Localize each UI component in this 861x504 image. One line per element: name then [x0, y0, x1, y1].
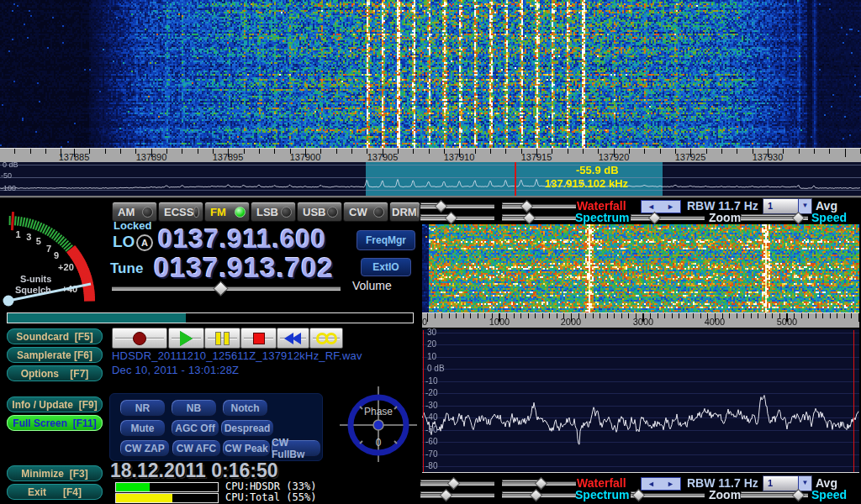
mode-button-ecss[interactable]: ECSS: [158, 202, 203, 222]
options-button[interactable]: Options [F7]: [7, 365, 103, 381]
dropdown-arrow-icon[interactable]: ▼: [798, 476, 811, 491]
record-button[interactable]: [112, 328, 167, 349]
af-frequency-ruler[interactable]: 0 1000 2000 3000 4000 5000: [422, 312, 859, 328]
freq-tick-label: 137900: [284, 152, 326, 162]
mode-led: [193, 207, 199, 218]
mode-label: USB: [303, 206, 327, 218]
hdsdr-window: 137885 137890 137895 137900 137905 13791…: [0, 0, 861, 504]
db-axis-label: -80: [425, 461, 437, 470]
mode-label: ECSS: [164, 206, 193, 218]
zoom-label-2: Zoom: [709, 488, 741, 501]
cpu-total-label: CPU:Total (55%): [225, 491, 316, 503]
dropdown-arrow-icon[interactable]: ▼: [798, 199, 811, 213]
mode-button-usb[interactable]: USB: [297, 202, 342, 222]
cw-afc-button[interactable]: CW AFC: [172, 439, 221, 457]
mode-label: DRM: [392, 206, 417, 218]
scroll-left-icon[interactable]: ◄: [642, 478, 661, 490]
mode-led: [235, 207, 246, 218]
volume-label: Volume: [352, 279, 392, 292]
spectrum-lower-slider-2[interactable]: [502, 490, 576, 499]
nr-button[interactable]: NR: [119, 399, 166, 417]
recording-date: Dec 10, 2011 - 13:01:28Z: [112, 364, 239, 376]
waterfall-scroll-control[interactable]: ◄►: [641, 200, 681, 213]
af-spectrum-trace: [422, 329, 859, 472]
freq-tick-label: 137925: [669, 152, 711, 162]
scroll-left-icon[interactable]: ◄: [642, 201, 661, 213]
db-axis-label: 0 dB: [3, 160, 18, 169]
loop-icon: [316, 333, 337, 344]
lo-frequency-display[interactable]: 0137.911.600: [158, 224, 326, 255]
mode-button-fm[interactable]: FM: [204, 202, 250, 222]
scroll-right-icon[interactable]: ►: [661, 201, 680, 213]
volume-slider[interactable]: [112, 283, 341, 292]
cw-zap-button[interactable]: CW ZAP: [119, 439, 170, 457]
mode-label: CW: [349, 206, 373, 218]
slider-thumb[interactable]: [213, 281, 228, 296]
scroll-right-icon[interactable]: ►: [661, 478, 680, 490]
db-axis-label: -30: [425, 401, 437, 410]
spectrum-label-2: Spectrum: [575, 488, 630, 501]
locked-label: Locked: [114, 219, 152, 232]
mode-button-cw[interactable]: CW: [343, 202, 388, 222]
af-waterfall-display[interactable]: [422, 224, 859, 312]
extio-button[interactable]: ExtIO: [361, 258, 411, 276]
info-update-button[interactable]: Info / Update [F9]: [7, 396, 103, 412]
pause-button[interactable]: [204, 328, 240, 349]
lo-auto-button[interactable]: A: [136, 234, 153, 251]
spectrum-lower-slider[interactable]: [502, 213, 576, 222]
freq-tick-label: 137885: [53, 152, 95, 162]
waterfall-lower-slider-2[interactable]: [502, 478, 576, 487]
notch-button[interactable]: Notch: [222, 399, 268, 417]
samplerate-button[interactable]: Samplerate [F6]: [7, 347, 103, 363]
tune-label: Tune: [110, 260, 143, 277]
recording-filename: HDSDR_20111210_125611Z_137912kHz_RF.wav: [112, 349, 362, 362]
play-button[interactable]: [168, 328, 204, 349]
major-ticks: [0, 149, 861, 157]
tune-frequency-marker[interactable]: [515, 162, 516, 196]
mode-button-lsb[interactable]: LSB: [251, 202, 296, 222]
exit-button[interactable]: Exit [F4]: [7, 484, 103, 500]
nb-button[interactable]: NB: [171, 399, 217, 417]
speed-label: Speed: [811, 211, 847, 224]
spectrum-upper-slider[interactable]: [420, 213, 494, 222]
waterfall-scroll-control-2[interactable]: ◄►: [641, 477, 681, 491]
zoom-slider-2[interactable]: [631, 490, 705, 499]
speed-slider[interactable]: [741, 213, 808, 222]
cursor-db-readout: -55.9 dB: [576, 164, 619, 176]
main-waterfall-display[interactable]: [0, 0, 861, 148]
main-frequency-ruler[interactable]: 137885 137890 137895 137900 137905 13791…: [0, 148, 861, 163]
freq-tick-label: 2000: [550, 317, 592, 327]
minimize-button[interactable]: Minimize [F3]: [7, 465, 103, 481]
cw-peak-button[interactable]: CW Peak: [222, 439, 271, 457]
loop-button[interactable]: [309, 328, 343, 349]
squelch-label: Squelch: [15, 285, 51, 295]
phase-value: 0: [340, 437, 417, 449]
freqmgr-button[interactable]: FreqMgr: [357, 230, 415, 250]
soundcard-button[interactable]: Soundcard [F5]: [7, 328, 103, 344]
tune-frequency-display[interactable]: 0137.913.702: [154, 252, 334, 284]
record-icon: [133, 332, 146, 345]
mode-button-drm[interactable]: DRM: [389, 202, 420, 222]
speed-slider-2[interactable]: [741, 490, 808, 499]
main-spectrum-display[interactable]: 0 dB -50 -100 -55.9 dB 137.915.102 kHz: [0, 162, 861, 196]
mode-label: LSB: [256, 206, 281, 218]
phase-label: Phase: [340, 406, 417, 417]
despread-button[interactable]: Despread: [220, 419, 274, 437]
waterfall-upper-slider-2[interactable]: [420, 478, 494, 487]
pause-icon: [215, 332, 230, 345]
zoom-slider[interactable]: [631, 213, 705, 222]
cpu-hdsdr-label: CPU:HDSDR (33%): [225, 480, 316, 492]
cw-fullbw-button[interactable]: CW FullBw: [271, 439, 321, 457]
rewind-button[interactable]: [277, 328, 309, 349]
spectrum-upper-slider-2[interactable]: [420, 490, 494, 499]
waterfall-upper-slider[interactable]: [420, 201, 494, 210]
mute-button[interactable]: Mute: [119, 419, 166, 437]
waterfall-lower-slider[interactable]: [502, 201, 576, 210]
playback-progress-bar[interactable]: [7, 312, 414, 323]
agc-button[interactable]: AGC Off: [171, 419, 219, 437]
cpu-hdsdr-bar: [115, 482, 219, 492]
clock-display: 18.12.2011 0:16:50: [110, 459, 278, 482]
fullscreen-button[interactable]: Full Screen [F11]: [7, 415, 103, 431]
freq-tick-label: 4000: [694, 317, 736, 327]
stop-button[interactable]: [240, 328, 277, 349]
